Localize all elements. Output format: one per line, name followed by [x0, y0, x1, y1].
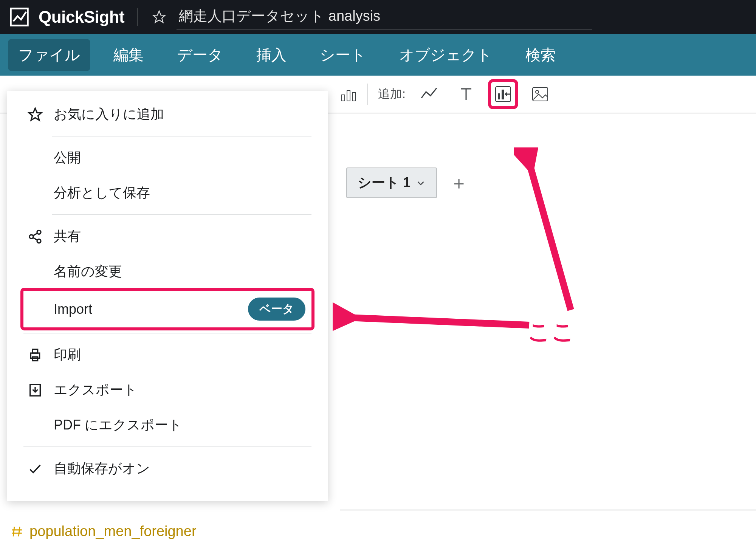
topbar-divider	[137, 8, 138, 26]
share-icon	[26, 228, 44, 245]
menu-separator	[23, 446, 311, 447]
menu-edit[interactable]: 編集	[104, 39, 153, 71]
file-menu-publish[interactable]: 公開	[23, 140, 311, 175]
toolbar-separator	[367, 84, 368, 105]
export-icon	[26, 381, 44, 399]
file-menu-item-label: Import	[54, 301, 92, 317]
print-icon	[26, 346, 44, 364]
svg-rect-8	[533, 87, 548, 101]
svg-rect-17	[33, 349, 37, 353]
app-topbar: QuickSight 網走人口データセット analysis	[0, 0, 756, 34]
file-menu-add-favorite[interactable]: お気に入りに追加	[23, 97, 311, 132]
svg-marker-1	[153, 11, 165, 22]
svg-line-20	[348, 318, 529, 325]
file-menu-import[interactable]: Import ベータ	[20, 288, 314, 330]
main-menubar: ファイル 編集 データ 挿入 シート オブジェクト 検索	[0, 34, 756, 76]
annotation-arrow-up	[514, 147, 597, 321]
menu-file[interactable]: ファイル	[8, 39, 90, 71]
svg-point-12	[37, 230, 41, 234]
field-name: population_men_foreigner	[29, 523, 197, 539]
svg-point-9	[536, 90, 539, 93]
file-menu-item-label: PDF にエクスポート	[54, 416, 182, 434]
menu-separator	[23, 333, 311, 333]
sheet-tab-label: シート 1	[358, 174, 411, 192]
canvas-divider	[340, 510, 756, 510]
add-insight-button[interactable]	[488, 79, 518, 109]
chart-type-icon[interactable]	[336, 79, 358, 109]
toolbar-add-label: 追加:	[378, 86, 406, 102]
file-menu-dropdown: お気に入りに追加 公開 分析として保存 共有 名前の変更 Import ベータ …	[7, 91, 328, 501]
menu-insert[interactable]: 挿入	[246, 39, 296, 71]
menu-object[interactable]: オブジェクト	[389, 39, 502, 71]
hash-icon	[11, 525, 23, 538]
file-menu-rename[interactable]: 名前の変更	[23, 254, 311, 289]
add-text-icon[interactable]	[451, 79, 481, 109]
file-menu-item-label: 印刷	[54, 346, 81, 364]
chevron-down-icon	[416, 178, 426, 188]
svg-point-11	[29, 235, 33, 239]
svg-line-14	[33, 233, 37, 236]
star-icon	[26, 106, 44, 123]
favorite-star-button[interactable]	[151, 9, 167, 25]
file-menu-share[interactable]: 共有	[23, 219, 311, 254]
svg-rect-7	[502, 90, 504, 99]
svg-rect-3	[347, 90, 350, 101]
file-menu-print[interactable]: 印刷	[23, 337, 311, 372]
menu-separator	[52, 136, 311, 136]
app-name: QuickSight	[39, 8, 124, 26]
beta-badge: ベータ	[248, 298, 305, 321]
svg-line-15	[33, 237, 37, 240]
sheet-tab-1[interactable]: シート 1	[346, 167, 437, 198]
add-line-chart-icon[interactable]	[414, 79, 444, 109]
annotation-label: ここ	[528, 317, 575, 347]
svg-point-13	[37, 239, 41, 243]
annotation-arrow-left	[333, 295, 544, 344]
file-menu-export-pdf[interactable]: PDF にエクスポート	[23, 408, 311, 443]
file-menu-item-label: 公開	[54, 149, 81, 167]
analysis-title-input[interactable]: 網走人口データセット analysis	[177, 5, 592, 29]
file-menu-autosave[interactable]: 自動保存がオン	[23, 451, 311, 486]
svg-marker-10	[29, 108, 41, 120]
file-menu-save-as[interactable]: 分析として保存	[23, 175, 311, 211]
file-menu-item-label: 名前の変更	[54, 262, 122, 281]
file-menu-item-label: 自動保存がオン	[54, 459, 150, 478]
field-item-fragment: population_men_foreigner	[11, 523, 197, 539]
svg-rect-2	[342, 95, 345, 101]
file-menu-export[interactable]: エクスポート	[23, 372, 311, 408]
file-menu-item-label: お気に入りに追加	[54, 105, 164, 124]
svg-rect-6	[498, 93, 500, 99]
svg-line-21	[529, 163, 571, 310]
check-icon	[26, 460, 44, 477]
svg-rect-4	[352, 93, 355, 101]
menu-separator	[52, 214, 311, 215]
menu-data[interactable]: データ	[167, 39, 233, 71]
file-menu-item-label: 共有	[54, 227, 81, 246]
menu-sheet[interactable]: シート	[310, 39, 376, 71]
file-menu-item-label: エクスポート	[54, 381, 137, 399]
quicksight-logo-icon	[9, 7, 29, 27]
add-sheet-button[interactable]: ＋	[445, 172, 473, 194]
menu-search[interactable]: 検索	[516, 39, 565, 71]
file-menu-item-label: 分析として保存	[54, 184, 150, 202]
sheet-tab-row: シート 1 ＋	[346, 167, 473, 198]
add-image-icon[interactable]	[525, 79, 555, 109]
